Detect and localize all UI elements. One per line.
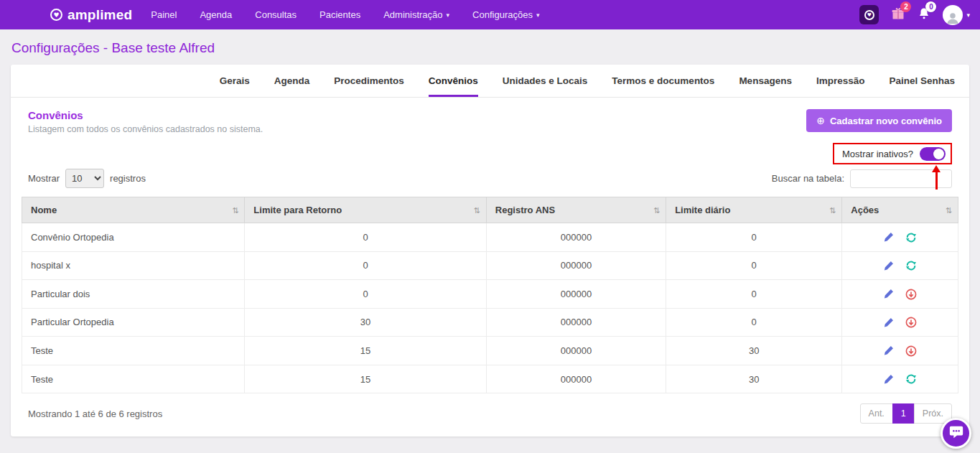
nav-item[interactable]: Configurações ▾ [472,9,539,20]
gift-badge: 2 [900,1,911,12]
heart-logo-icon: ♥ [50,9,62,21]
app-launcher-button[interactable]: ♥ [859,5,879,24]
cell-limite-diario: 30 [666,337,842,365]
nav-item-label: Configurações [472,9,533,20]
sort-icon[interactable]: ⇅ [232,205,238,215]
reactivate-icon[interactable] [905,260,917,271]
reactivate-icon[interactable] [905,232,917,243]
cell-nome: Convênio Ortopedia [22,223,245,252]
column-header[interactable]: Nome ⇅ [22,197,245,223]
edit-icon[interactable] [883,289,894,299]
cell-limite-retorno: 0 [245,251,486,280]
tab-label: Convênios [429,75,478,86]
user-menu[interactable]: ▾ [943,5,970,25]
edit-icon[interactable] [883,261,894,271]
cell-nome: Particular dois [22,280,245,309]
cell-registro-ans: 000000 [486,251,666,280]
cell-acoes [842,308,958,337]
deactivate-icon[interactable] [905,345,917,357]
pagination-prev[interactable]: Ant. [860,403,893,424]
cell-limite-diario: 0 [666,280,842,309]
reactivate-icon[interactable] [905,373,917,385]
table-row: Teste 15 000000 30 [22,337,958,365]
tab-label: Painel Senhas [889,75,955,86]
nav-item-label: Administração [383,9,442,20]
records-label: registros [110,173,146,184]
edit-icon[interactable] [883,345,894,356]
column-header[interactable]: Limite para Retorno ⇅ [245,197,486,223]
cell-acoes [842,337,958,365]
nav-item[interactable]: Pacientes [319,9,360,20]
column-header-label: Limite diário [675,205,730,215]
deactivate-icon[interactable] [905,289,917,300]
cell-registro-ans: 000000 [486,223,666,252]
cell-limite-diario: 0 [666,308,842,337]
pagination-page-1[interactable]: 1 [892,403,915,424]
cell-acoes [842,251,958,280]
column-header[interactable]: Registro ANS ⇅ [486,197,666,223]
nav-item[interactable]: Consultas [255,9,297,20]
annotation-highlight-box: Mostrar inativos? [833,143,952,164]
cell-nome: Teste [22,365,245,393]
sort-icon[interactable]: ⇅ [829,205,836,215]
edit-icon[interactable] [883,317,894,328]
cell-registro-ans: 000000 [486,280,666,309]
column-header[interactable]: Limite diário ⇅ [666,197,842,223]
show-inactive-toggle[interactable] [920,147,946,161]
cell-registro-ans: 000000 [486,365,666,393]
sort-icon[interactable]: ⇅ [653,205,660,215]
tab[interactable]: Convênios [429,65,478,97]
cell-acoes [842,280,958,309]
cell-limite-retorno: 15 [245,365,486,393]
tab[interactable]: Procedimentos [334,65,404,97]
cell-limite-diario: 0 [666,223,842,252]
nav-item[interactable]: Painel [151,9,177,20]
tab-label: Impressão [816,75,865,86]
column-header-label: Registro ANS [495,205,555,215]
edit-icon[interactable] [883,232,894,243]
settings-card: Gerais Agenda Procedimentos Convênios Un… [11,65,969,436]
chat-widget-button[interactable] [941,418,971,449]
search-label: Buscar na tabela: [772,173,844,184]
cell-acoes [842,223,958,252]
column-header[interactable]: Ações ⇅ [842,197,958,223]
cell-limite-retorno: 0 [245,280,486,309]
table-row: Teste 15 000000 30 [22,365,958,393]
chat-icon [948,424,964,442]
sort-icon[interactable]: ⇅ [474,205,480,215]
tab[interactable]: Agenda [274,65,310,97]
column-header-label: Limite para Retorno [253,205,342,215]
page-title: Configurações - Base teste Alfred [0,29,980,65]
nav-item[interactable]: Agenda [200,9,232,20]
page-size-select[interactable]: 10 [65,169,104,188]
convenios-table: Nome ⇅ Limite para Retorno ⇅ Registro AN… [22,197,958,393]
tab[interactable]: Gerais [220,65,250,97]
annotation-arrow [932,165,941,190]
tab-label: Agenda [274,75,310,86]
tab[interactable]: Impressão [816,65,865,97]
cell-registro-ans: 000000 [486,308,666,337]
edit-icon[interactable] [883,374,894,385]
tab-label: Mensagens [739,75,792,86]
add-convenio-button[interactable]: ⊕ Cadastrar novo convênio [806,109,952,132]
cell-nome: Particular Ortopedia [22,308,245,337]
brand-logo[interactable]: ♥ amplimed [50,7,132,23]
notifications-button[interactable]: 0 [918,6,930,23]
tab[interactable]: Unidades e Locais [503,65,588,97]
gift-button[interactable]: 2 [891,6,905,23]
nav-item[interactable]: Administração ▾ [383,9,449,20]
deactivate-icon[interactable] [905,317,917,328]
section-heading: Convênios Listagem com todos os convênio… [28,109,263,134]
show-inactive-label: Mostrar inativos? [842,149,913,159]
cell-limite-diario: 0 [666,251,842,280]
cell-limite-retorno: 0 [245,223,486,252]
tab[interactable]: Mensagens [739,65,792,97]
section-subtitle: Listagem com todos os convênios cadastra… [28,124,263,134]
main-nav: Painel Agenda Consultas Pacientes Admini… [151,9,539,20]
nav-item-label: Consultas [255,9,297,20]
tab[interactable]: Painel Senhas [889,65,955,97]
tab-label: Termos e documentos [612,75,714,86]
show-label: Mostrar [28,173,60,184]
sort-icon[interactable]: ⇅ [946,205,952,215]
tab[interactable]: Termos e documentos [612,65,714,97]
